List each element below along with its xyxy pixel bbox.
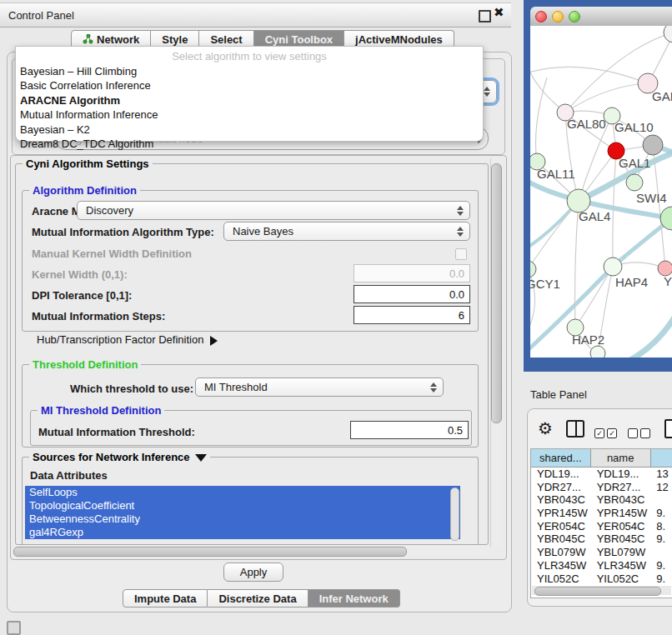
network-node-label: Y [664, 274, 672, 288]
select-all-columns-icon[interactable]: ✓✓ [594, 424, 617, 439]
combo-stepper-icon [484, 87, 490, 97]
table-cell: YLR345W [531, 559, 591, 572]
network-node-label: HAP2 [572, 332, 604, 347]
mi-threshold-group-title: MI Threshold Definition [38, 404, 164, 417]
algorithm-option-bayesian-hill-climbing[interactable]: Bayesian – Hill Climbing [20, 65, 483, 78]
manual-kernel-width-label: Manual Kernel Width Definition [32, 248, 192, 260]
network-node-label: GAL11 [537, 167, 575, 181]
network-node[interactable] [643, 135, 663, 155]
bottom-tabbar: Impute DataDiscretize DataInfer Network [123, 589, 400, 608]
network-canvas[interactable]: GAL7GAL80GAL10GAL1SWI4GAL11GAL4GCY1HAP4Y… [530, 26, 672, 358]
table-row[interactable]: YBL079WYBL079W [531, 546, 672, 559]
table-header-row[interactable]: shared...name [531, 449, 672, 468]
table-cell: YBR045C [591, 532, 651, 546]
attribute-item-betweennesscentrality[interactable]: BetweennessCentrality [25, 512, 460, 526]
table-horizontal-scrollbar[interactable] [532, 586, 671, 595]
algorithm-option-bayesian-k2[interactable]: Bayesian – K2 [20, 123, 483, 136]
network-node-gcy1[interactable] [530, 261, 536, 278]
network-graph[interactable]: GAL7GAL80GAL10GAL1SWI4GAL11GAL4GCY1HAP4Y… [530, 26, 672, 358]
column-header-name[interactable]: name [591, 449, 651, 467]
column-header-extra[interactable] [651, 449, 672, 467]
window-zoom-icon[interactable] [569, 11, 580, 22]
sources-group-title[interactable]: Sources for Network Inference [29, 451, 210, 463]
attribute-item-selfloops[interactable]: SelfLoops [25, 486, 460, 499]
algorithm-dropdown-popup: Select algorithm to view settings Bayesi… [15, 46, 484, 142]
network-edge[interactable] [653, 145, 665, 268]
data-attributes-list[interactable]: SelfLoopsTopologicalCoefficientBetweenne… [25, 486, 460, 545]
tab-discretize-data[interactable]: Discretize Data [208, 589, 308, 608]
network-edge[interactable] [629, 308, 672, 358]
split-table-icon[interactable] [566, 420, 584, 438]
which-threshold-combobox[interactable]: MI Threshold [195, 378, 444, 397]
table-row[interactable]: YLR345WYLR345W9. [531, 559, 672, 572]
table-row[interactable]: YPR145WYPR145W9. [531, 507, 672, 520]
gear-icon[interactable]: ⚙ [538, 420, 553, 437]
network-node-label: GAL4 [579, 209, 610, 223]
algorithm-option-mutual-information-inference[interactable]: Mutual Information Inference [20, 108, 483, 121]
algorithm-option-dream8-dc-tdc-algorithm[interactable]: Dream8 DC_TDC Algorithm [20, 138, 483, 150]
table-row[interactable]: YER054CYER054C8. [531, 520, 672, 533]
table-horizontal-scrollbar-thumb[interactable] [534, 587, 661, 596]
which-threshold-value: MI Threshold [204, 381, 268, 393]
tab-impute-data[interactable]: Impute Data [123, 589, 208, 608]
table-cell: YBR043C [591, 493, 651, 507]
settings-vertical-scrollbar-thumb[interactable] [491, 163, 502, 423]
manual-kernel-width-checkbox[interactable] [455, 248, 467, 260]
table-cell: YPR145W [591, 507, 651, 520]
table-row[interactable]: YDR27...YDR27...12 [531, 481, 672, 494]
network-edge[interactable] [565, 83, 648, 112]
control-panel-title: Control Panel [8, 9, 74, 22]
threshold-definition-title: Threshold Definition [29, 358, 141, 371]
which-threshold-label: Which threshold to use: [70, 382, 193, 395]
network-window-titlebar[interactable] [530, 7, 672, 27]
export-table-icon[interactable] [664, 419, 672, 438]
mi-threshold-field[interactable]: 0.5 [350, 421, 469, 439]
network-node-label: SWI4 [636, 191, 667, 205]
window-close-icon[interactable] [535, 11, 547, 22]
table-cell: 9. [650, 572, 672, 586]
network-node-label: HAP4 [615, 275, 648, 289]
combo-stepper-icon [430, 382, 437, 392]
attribute-list-scrollbar[interactable] [450, 488, 459, 541]
network-node[interactable] [664, 26, 672, 42]
attribute-item-topologicalcoefficient[interactable]: TopologicalCoefficient [25, 499, 460, 512]
mi-algorithm-type-combobox[interactable]: Naive Bayes [223, 222, 470, 241]
algorithm-option-basic-correlation-inference[interactable]: Basic Correlation Inference [20, 79, 483, 92]
table-cell: YDR27... [531, 481, 591, 494]
network-node-swi4[interactable] [626, 174, 643, 191]
table-cell: YLR345W [591, 559, 651, 572]
docked-panel-icon[interactable] [7, 621, 21, 635]
network-node-label: GAL7 [652, 89, 672, 103]
table-cell: YPR145W [531, 507, 591, 520]
table-cell: YER054C [591, 520, 651, 533]
algorithm-option-aracne-algorithm[interactable]: ARACNE Algorithm [20, 94, 483, 107]
deselect-all-columns-icon[interactable] [628, 424, 650, 439]
kernel-width-field[interactable]: 0.0 [354, 264, 470, 282]
attribute-item-gal4rgexp[interactable]: gal4RGexp [25, 526, 460, 539]
table-row[interactable]: YBR045CYBR045C9. [531, 532, 672, 546]
table-cell: 8. [650, 520, 672, 533]
apply-button[interactable]: Apply [223, 562, 283, 582]
network-edge[interactable] [530, 67, 648, 83]
hub-tf-definition-toggle[interactable]: Hub/Transcription Factor Definition [37, 333, 218, 346]
table-cell: YER054C [531, 520, 591, 533]
tab-infer-network[interactable]: Infer Network [308, 589, 400, 608]
table-row[interactable]: YIL052CYIL052C9. [531, 572, 672, 586]
node-table[interactable]: shared...name YDL19...YDL19...13YDR27...… [530, 448, 672, 598]
dpi-tolerance-field[interactable]: 0.0 [354, 285, 470, 303]
network-node-hap4[interactable] [604, 258, 622, 276]
float-panel-icon[interactable] [479, 10, 491, 22]
dpi-tolerance-label: DPI Tolerance [0,1]: [32, 289, 132, 302]
mi-steps-field[interactable]: 6 [354, 306, 470, 324]
table-cell: 13 [650, 468, 672, 481]
column-header-shared[interactable]: shared... [531, 449, 591, 467]
network-node[interactable] [590, 346, 605, 358]
window-minimize-icon[interactable] [552, 11, 564, 22]
mi-steps-label: Mutual Information Steps: [32, 310, 165, 322]
table-row[interactable]: YDL19...YDL19...13 [531, 468, 672, 481]
settings-horizontal-scrollbar-thumb[interactable] [13, 547, 407, 557]
aracne-mode-combobox[interactable]: Discovery [77, 201, 470, 220]
table-row[interactable]: YBR043CYBR043C [531, 493, 672, 507]
table-cell: YBL079W [531, 546, 591, 559]
close-panel-icon[interactable]: ✖ [494, 5, 504, 20]
